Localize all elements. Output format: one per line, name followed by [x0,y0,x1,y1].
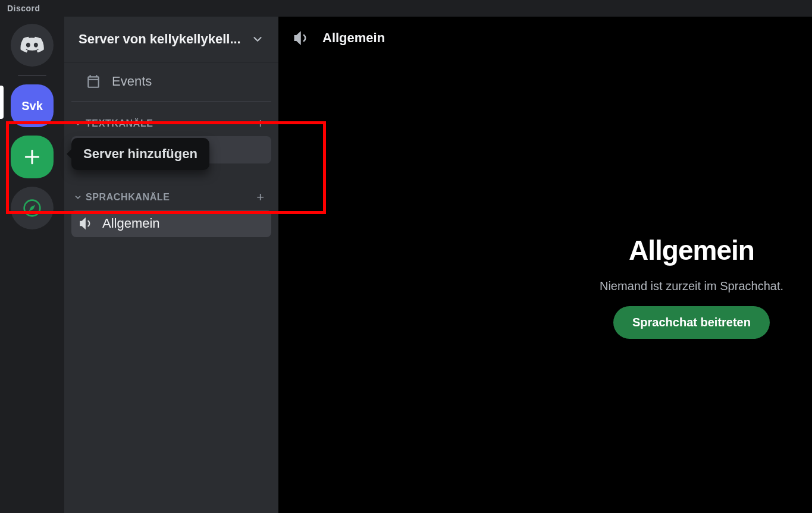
voice-title: Allgemein [629,234,754,266]
compass-icon [23,199,42,218]
speaker-icon [293,29,311,47]
voice-empty-state: Allgemein Niemand ist zurzeit im Sprachc… [278,59,812,513]
tooltip-text: Server hinzufügen [83,146,197,161]
explore-servers-button[interactable] [11,187,54,229]
category-text-label: TEXTKANÄLE [86,118,153,129]
channel-header: Allgemein [278,17,812,59]
main-content: Allgemein Allgemein Niemand ist zurzeit … [278,17,812,513]
speaker-icon [79,216,94,231]
chevron-down-icon [74,193,82,202]
chevron-down-icon [251,33,264,46]
guild-rail: Svk [0,17,64,513]
titlebar: Discord [0,0,812,17]
add-voice-channel-button[interactable]: + [256,190,269,205]
server-header[interactable]: Server von kellykellykell... [64,17,278,62]
voice-channel-label: Allgemein [102,216,160,231]
chevron-down-icon [74,119,82,128]
events-row[interactable]: Events [71,62,271,102]
add-text-channel-button[interactable]: + [256,116,269,131]
join-voice-button[interactable]: Sprachchat beitreten [613,306,770,339]
category-voice[interactable]: SPRACHKANÄLE + [64,181,278,209]
server-name: Server von kellykellykell... [79,32,241,47]
voice-subtitle: Niemand ist zurzeit im Sprachchat. [600,279,783,293]
guild-svk-label: Svk [21,99,43,113]
category-voice-label: SPRACHKANÄLE [86,192,170,203]
add-server-tooltip: Server hinzufügen [71,138,209,170]
category-text[interactable]: TEXTKANÄLE + [64,108,278,135]
join-voice-label: Sprachchat beitreten [632,316,751,329]
discord-logo-icon [20,36,44,54]
guild-separator [18,75,46,76]
voice-channel-allgemein[interactable]: Allgemein [71,210,271,237]
events-label: Events [112,74,152,89]
active-guild-pill [0,86,4,119]
add-server-button[interactable] [11,136,54,178]
direct-messages-button[interactable] [11,24,54,67]
calendar-icon [86,74,101,89]
channel-sidebar: Server von kellykellykell... Events TEXT… [64,17,278,513]
guild-svk[interactable]: Svk [11,84,54,127]
channel-title: Allgemein [322,30,385,46]
plus-icon [23,147,42,166]
discord-wordmark: Discord [7,4,40,13]
